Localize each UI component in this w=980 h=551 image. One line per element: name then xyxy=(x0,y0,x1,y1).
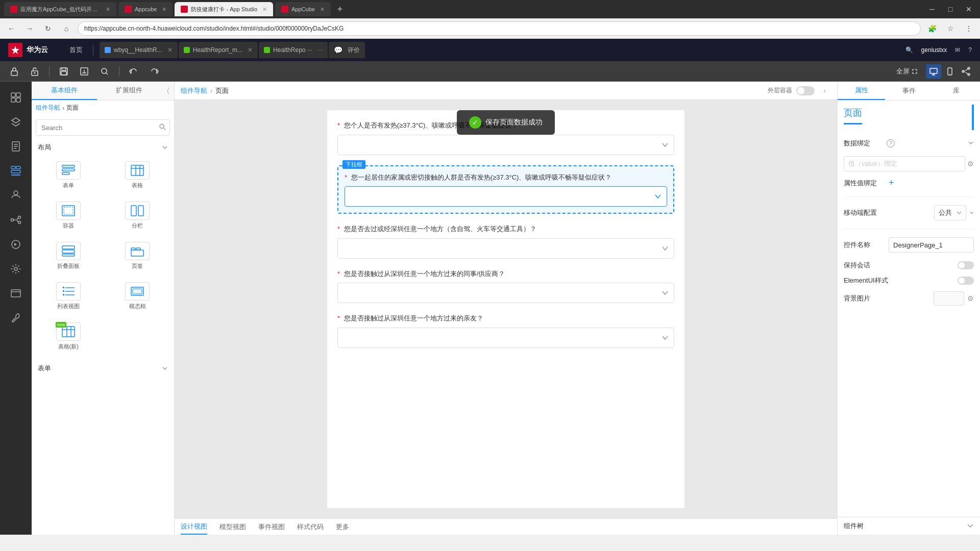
bottom-tab-style[interactable]: 样式代码 xyxy=(297,519,324,535)
header-tab-4[interactable]: 💬 评价 xyxy=(329,42,365,58)
dropdown-3[interactable] xyxy=(337,238,674,259)
sidebar-icon-layers[interactable] xyxy=(3,110,29,134)
component-tabs[interactable]: 页签 xyxy=(105,238,170,274)
component-tree-toggle-btn[interactable] xyxy=(967,522,974,531)
sidebar-icon-preview[interactable] xyxy=(3,282,29,305)
maximize-button[interactable]: □ xyxy=(943,2,958,16)
redo-btn[interactable] xyxy=(146,63,162,80)
header-tab-close-1[interactable]: ✕ xyxy=(167,46,173,54)
form-group-header[interactable]: 表单 xyxy=(36,361,170,376)
tab-close-1[interactable]: ✕ xyxy=(106,6,110,13)
share-btn[interactable] xyxy=(959,64,974,79)
browser-tab-4[interactable]: AppCube ✕ xyxy=(275,2,331,16)
home-button[interactable]: ⌂ xyxy=(59,21,74,36)
extensions-button[interactable]: 🧩 xyxy=(925,21,939,36)
search-input[interactable] xyxy=(36,119,170,136)
tab-close-3[interactable]: ✕ xyxy=(262,6,267,13)
dropdown-4[interactable] xyxy=(337,283,674,303)
component-columns[interactable]: 分栏 xyxy=(105,197,170,234)
outer-container-toggle[interactable] xyxy=(796,86,815,95)
browser-tab-2[interactable]: Appcube ✕ xyxy=(118,2,173,16)
bottom-tab-model[interactable]: 模型视图 xyxy=(219,519,246,535)
right-tab-properties[interactable]: 属性 xyxy=(838,82,885,100)
fullscreen-btn[interactable]: 全屏 xyxy=(892,65,922,78)
columns-label: 分栏 xyxy=(132,222,143,230)
lock-icon-btn[interactable] xyxy=(6,63,22,80)
sidebar-icon-components[interactable] xyxy=(3,159,29,183)
component-collapse[interactable]: 折叠面板 xyxy=(36,238,101,274)
header-tab-close-2[interactable]: ✕ xyxy=(248,46,253,54)
search-icon[interactable]: 🔍 xyxy=(905,46,913,54)
component-list-view[interactable]: 列表视图 xyxy=(36,278,101,314)
unlock-icon-btn[interactable] xyxy=(27,63,43,80)
right-tab-events[interactable]: 事件 xyxy=(885,82,933,100)
save-disk-btn[interactable] xyxy=(76,63,92,80)
form-question-2[interactable]: 下拉框 * 您一起居住的家属或密切接触的人群是否有发热(≥37.3°C)、咳嗽或… xyxy=(337,165,674,214)
sidebar-icon-data[interactable] xyxy=(3,184,29,207)
component-table-new[interactable]: beta 表格(新) xyxy=(36,318,101,355)
mobile-view-btn[interactable] xyxy=(942,64,958,79)
breadcrumb-component-nav[interactable]: 组件导航 xyxy=(181,86,207,95)
forward-button[interactable]: → xyxy=(22,21,37,36)
expand-canvas-btn[interactable]: › xyxy=(819,85,831,97)
desktop-view-btn[interactable] xyxy=(926,64,941,79)
header-tab-close-3[interactable]: ··· xyxy=(317,46,323,54)
new-tab-button[interactable]: + xyxy=(333,2,347,16)
sidebar-icon-flow[interactable] xyxy=(3,208,29,232)
dropdown-1[interactable] xyxy=(337,135,674,155)
component-modal[interactable]: 模态框 xyxy=(105,278,170,314)
zoom-btn[interactable] xyxy=(96,63,113,80)
breadcrumb-nav[interactable]: 组件导航 xyxy=(36,104,60,112)
bottom-tab-event[interactable]: 事件视图 xyxy=(258,519,285,535)
sidebar-icon-api[interactable] xyxy=(3,233,29,256)
component-form[interactable]: 表单 xyxy=(36,157,101,193)
bottom-tab-more[interactable]: 更多 xyxy=(336,519,349,535)
control-name-input[interactable] xyxy=(889,237,974,253)
tab-extended-components[interactable]: 扩展组件 xyxy=(97,82,162,100)
value-binding-gear[interactable]: ⚙ xyxy=(967,160,974,168)
dropdown-5[interactable] xyxy=(337,328,674,348)
header-tab-3[interactable]: HealthRepo ··· ··· xyxy=(259,42,328,58)
back-button[interactable]: ← xyxy=(4,21,18,36)
bookmark-button[interactable]: ☆ xyxy=(943,21,958,36)
panel-collapse-arrow[interactable]: 〈 xyxy=(162,82,174,100)
header-tab-1[interactable]: wbyq__HealthR... ✕ xyxy=(100,42,178,58)
bg-image-preview[interactable] xyxy=(934,291,964,306)
layout-group-header[interactable]: 布局 xyxy=(36,140,170,155)
browser-tab-3[interactable]: 防疫健康打卡 - App Studio ✕ xyxy=(175,2,273,16)
address-bar[interactable]: https://appcube.cn-north-4.huaweicloud.c… xyxy=(78,21,921,36)
component-table[interactable]: 表格 xyxy=(105,157,170,193)
attr-binding-add-btn[interactable]: + xyxy=(889,178,894,188)
mobile-config-expand[interactable] xyxy=(969,210,974,216)
keep-session-toggle[interactable] xyxy=(958,261,974,269)
mobile-config-select[interactable]: 公共 xyxy=(934,205,966,220)
value-binding-input[interactable]: 值（value）绑定 xyxy=(844,156,965,171)
tab-close-4[interactable]: ✕ xyxy=(320,6,325,13)
dropdown-2[interactable] xyxy=(345,186,667,207)
right-tab-library[interactable]: 库 xyxy=(933,82,980,100)
data-binding-help[interactable]: ? xyxy=(887,139,895,147)
sidebar-icon-pages[interactable] xyxy=(3,135,29,158)
component-container[interactable]: 容器 xyxy=(36,197,101,234)
data-binding-expand[interactable] xyxy=(968,140,974,147)
mail-icon[interactable]: ✉ xyxy=(955,46,960,54)
undo-btn[interactable] xyxy=(126,63,142,80)
tab-close-2[interactable]: ✕ xyxy=(162,6,166,13)
home-nav[interactable]: 首页 xyxy=(65,45,87,55)
bottom-tab-design[interactable]: 设计视图 xyxy=(181,519,207,535)
save-file-btn[interactable] xyxy=(56,63,72,80)
close-window-button[interactable]: ✕ xyxy=(962,2,976,16)
minimize-button[interactable]: ─ xyxy=(925,2,939,16)
sidebar-icon-dashboard[interactable] xyxy=(3,86,29,109)
toolbar-right: 全屏 xyxy=(892,64,974,79)
header-tab-2[interactable]: HealthReport_m... ✕ xyxy=(179,42,258,58)
bg-image-gear[interactable]: ⚙ xyxy=(967,294,974,303)
tab-basic-components[interactable]: 基本组件 xyxy=(32,82,97,100)
help-icon[interactable]: ? xyxy=(968,46,972,54)
menu-button[interactable]: ⋮ xyxy=(962,21,976,36)
browser-tab-1[interactable]: 应用魔方AppCube_低代码开发平... ✕ xyxy=(4,2,116,16)
refresh-button[interactable]: ↻ xyxy=(41,21,55,36)
sidebar-icon-settings[interactable] xyxy=(3,257,29,281)
sidebar-icon-wrench[interactable] xyxy=(3,306,29,330)
element-ui-toggle[interactable] xyxy=(958,277,974,285)
